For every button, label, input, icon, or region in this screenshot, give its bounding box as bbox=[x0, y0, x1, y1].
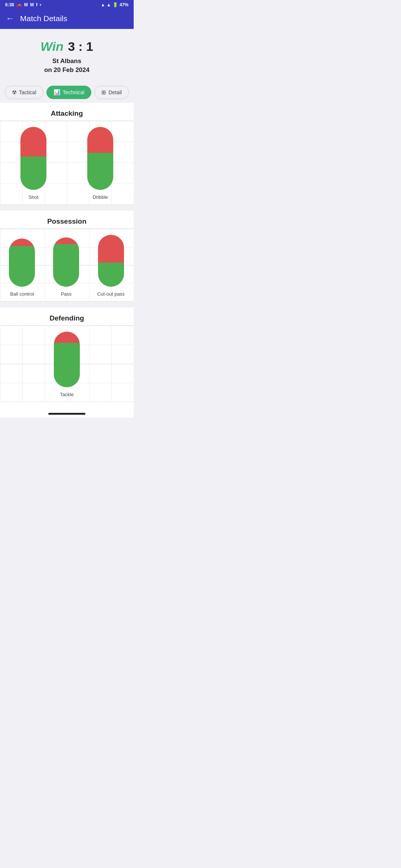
tab-technical-label: Technical bbox=[63, 89, 84, 95]
tab-detail[interactable]: ⊞ Detail bbox=[94, 86, 129, 99]
technical-icon: 📊 bbox=[53, 89, 61, 96]
signal-icon: ▲ bbox=[107, 2, 111, 7]
status-bar: 6:38 🚗 M M f • ▲ ▲ 🔋 47% bbox=[0, 0, 134, 10]
chart-item-dribble: Dribble bbox=[87, 127, 113, 200]
dribble-green bbox=[87, 153, 113, 190]
dot-icon: • bbox=[40, 2, 41, 7]
tab-tactical-label: Tactical bbox=[19, 89, 36, 95]
ball-control-green bbox=[9, 246, 35, 287]
tab-detail-label: Detail bbox=[108, 89, 122, 95]
tackle-green bbox=[54, 343, 80, 387]
shot-label: Shot bbox=[29, 194, 39, 200]
tackle-pill bbox=[54, 332, 80, 387]
match-venue: St Albans bbox=[7, 57, 126, 65]
ball-control-red bbox=[9, 239, 35, 246]
result-label: Win bbox=[40, 39, 63, 54]
tab-technical[interactable]: 📊 Technical bbox=[46, 86, 91, 99]
attacking-chart: Shot Dribble bbox=[0, 121, 134, 205]
shot-pill bbox=[20, 127, 46, 190]
match-date: on 20 Feb 2024 bbox=[7, 66, 126, 74]
ball-control-pill bbox=[9, 239, 35, 287]
cutout-green bbox=[98, 263, 124, 287]
back-button[interactable]: ← bbox=[6, 14, 14, 23]
content-area: Attacking Shot Dribble Possession bbox=[0, 103, 134, 410]
score-area: Win 3 : 1 St Albans on 20 Feb 2024 bbox=[0, 29, 134, 80]
battery-icon: 🔋 bbox=[113, 2, 118, 7]
cutout-label: Cut-out pass bbox=[97, 291, 125, 297]
score-text: 3 : 1 bbox=[68, 39, 93, 54]
bottom-nav bbox=[0, 410, 134, 418]
attacking-section-title: Attacking bbox=[0, 103, 134, 121]
chart-item-shot: Shot bbox=[20, 127, 46, 200]
page-title: Match Details bbox=[20, 14, 67, 23]
tabs-container: ☢ Tactical 📊 Technical ⊞ Detail bbox=[0, 80, 134, 103]
date-value: 20 Feb 2024 bbox=[54, 66, 89, 73]
battery-percent: 47% bbox=[120, 2, 128, 7]
home-indicator bbox=[48, 413, 85, 415]
pass-red bbox=[53, 237, 79, 244]
pass-green bbox=[53, 244, 79, 287]
dribble-label: Dribble bbox=[92, 194, 108, 200]
detail-icon: ⊞ bbox=[101, 89, 106, 96]
status-left: 6:38 🚗 M M f • bbox=[5, 2, 41, 7]
facebook-icon: f bbox=[36, 2, 38, 7]
chart-item-tackle: Tackle bbox=[54, 332, 80, 397]
tab-tactical[interactable]: ☢ Tactical bbox=[5, 86, 43, 99]
chart-item-cutout: Cut-out pass bbox=[97, 235, 125, 297]
gap-1 bbox=[0, 205, 134, 211]
pass-pill bbox=[53, 237, 79, 287]
status-right: ▲ ▲ 🔋 47% bbox=[101, 2, 128, 7]
possession-chart: Ball control Pass Cut-out pass bbox=[0, 228, 134, 302]
possession-section-title: Possession bbox=[0, 211, 134, 228]
defending-section-title: Defending bbox=[0, 308, 134, 325]
shot-red bbox=[20, 127, 46, 157]
status-time: 6:38 bbox=[5, 2, 14, 7]
date-prefix: on bbox=[44, 66, 52, 73]
cutout-pill bbox=[98, 235, 124, 287]
chart-item-ball-control: Ball control bbox=[9, 239, 35, 297]
cutout-red bbox=[98, 235, 124, 263]
gap-2 bbox=[0, 302, 134, 308]
gmail2-icon: M bbox=[30, 2, 34, 7]
header: ← Match Details bbox=[0, 10, 134, 29]
wifi-icon: ▲ bbox=[101, 2, 105, 7]
defending-chart: Tackle bbox=[0, 325, 134, 402]
gmail-icon: M bbox=[24, 2, 28, 7]
car-icon: 🚗 bbox=[16, 2, 22, 7]
score-line: Win 3 : 1 bbox=[7, 39, 126, 54]
shot-green bbox=[20, 157, 46, 190]
pass-label: Pass bbox=[61, 291, 72, 297]
dribble-pill bbox=[87, 127, 113, 190]
tackle-label: Tackle bbox=[60, 392, 74, 397]
tackle-red bbox=[54, 332, 80, 343]
tactical-icon: ☢ bbox=[12, 89, 17, 96]
ball-control-label: Ball control bbox=[10, 291, 34, 297]
chart-item-pass: Pass bbox=[53, 237, 79, 297]
dribble-red bbox=[87, 127, 113, 153]
